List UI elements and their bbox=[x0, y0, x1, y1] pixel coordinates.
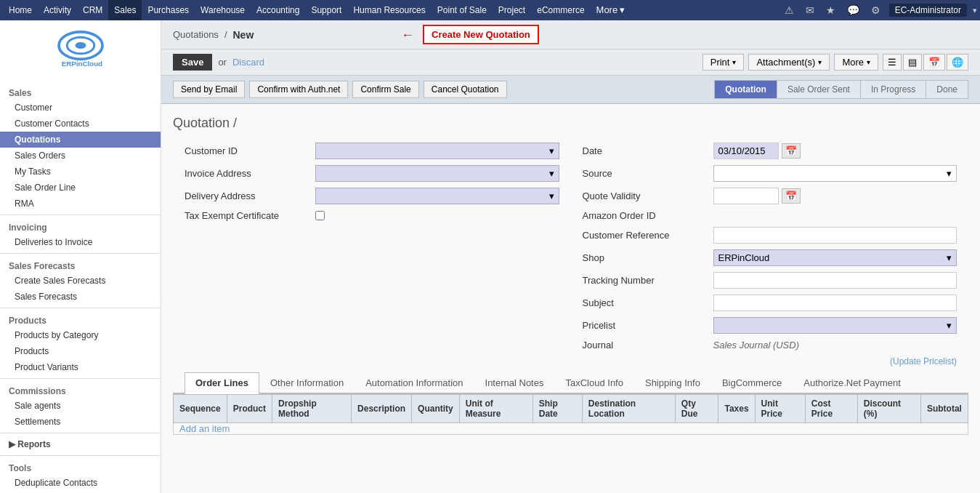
tracking-input bbox=[713, 272, 957, 289]
top-navigation: Home Activity CRM Sales Purchases Wareho… bbox=[0, 0, 980, 20]
card-view-icon[interactable]: ▤ bbox=[903, 54, 922, 71]
chat-icon[interactable]: 💬 bbox=[844, 3, 862, 17]
sidebar-item-product-variants[interactable]: Product Variants bbox=[0, 359, 161, 375]
nav-activity[interactable]: Activity bbox=[38, 0, 77, 20]
quote-validity-date-group: 📅 bbox=[713, 188, 957, 204]
pricelist-row: Pricelist ▾ bbox=[583, 317, 957, 334]
nav-home[interactable]: Home bbox=[3, 0, 38, 20]
confirm-auth-button[interactable]: Confirm with Auth.net bbox=[249, 81, 348, 98]
customer-ref-field[interactable] bbox=[713, 227, 957, 244]
nav-pos[interactable]: Point of Sale bbox=[432, 0, 493, 20]
update-pricelist-link[interactable]: (Update Pricelist) bbox=[173, 356, 968, 366]
sidebar-item-sale-agents[interactable]: Sale agents bbox=[0, 398, 161, 414]
quote-validity-calendar-icon[interactable]: 📅 bbox=[782, 188, 801, 204]
alert-icon[interactable]: ⚠ bbox=[782, 3, 797, 17]
tab-order-lines[interactable]: Order Lines bbox=[185, 372, 259, 394]
more-dropdown[interactable]: More ▾ bbox=[834, 54, 878, 71]
nav-project[interactable]: Project bbox=[493, 0, 531, 20]
nav-warehouse[interactable]: Warehouse bbox=[195, 0, 251, 20]
nav-purchases[interactable]: Purchases bbox=[142, 0, 195, 20]
svg-point-2 bbox=[75, 42, 86, 49]
subject-field[interactable] bbox=[713, 294, 957, 311]
status-in-progress[interactable]: In Progress bbox=[860, 80, 926, 99]
status-done[interactable]: Done bbox=[926, 80, 968, 99]
user-menu[interactable]: EC-Administrator bbox=[889, 4, 967, 17]
table-header-row: Sequence Product Dropship Method Descrip… bbox=[174, 395, 968, 423]
sidebar-item-customer-contacts[interactable]: Customer Contacts bbox=[0, 116, 161, 132]
nav-hr[interactable]: Human Resources bbox=[347, 0, 431, 20]
add-item-link[interactable]: Add an item bbox=[174, 420, 235, 435]
tab-authorize-net[interactable]: Authorize.Net Payment bbox=[793, 372, 912, 393]
sidebar-item-products[interactable]: Products bbox=[0, 343, 161, 359]
nav-crm[interactable]: CRM bbox=[77, 0, 108, 20]
table-row: Add an item bbox=[174, 423, 968, 435]
tab-internal-notes[interactable]: Internal Notes bbox=[474, 372, 555, 393]
col-ship-date: Ship Date bbox=[532, 395, 582, 423]
invoice-address-select[interactable]: ▾ bbox=[315, 165, 559, 182]
pricelist-label: Pricelist bbox=[583, 320, 713, 331]
delivery-address-select[interactable]: ▾ bbox=[315, 188, 559, 204]
nav-support[interactable]: Support bbox=[305, 0, 347, 20]
sidebar-item-sales-forecasts[interactable]: Sales Forecasts bbox=[0, 289, 161, 305]
date-field[interactable] bbox=[713, 143, 779, 159]
confirm-sale-button[interactable]: Confirm Sale bbox=[352, 81, 418, 98]
sidebar-item-sales-orders[interactable]: Sales Orders bbox=[0, 148, 161, 164]
nav-accounting[interactable]: Accounting bbox=[251, 0, 305, 20]
list-view-icon[interactable]: ☰ bbox=[883, 54, 902, 71]
nav-sales[interactable]: Sales bbox=[108, 0, 142, 20]
date-row: Date 📅 bbox=[583, 143, 957, 159]
breadcrumb-current: New bbox=[233, 29, 254, 41]
source-arrow: ▾ bbox=[947, 168, 952, 179]
tab-taxcloud-info[interactable]: TaxCloud Info bbox=[554, 372, 634, 393]
settings-icon[interactable]: ⚙ bbox=[868, 3, 883, 17]
send-email-button[interactable]: Send by Email bbox=[173, 81, 245, 98]
calendar-view-icon[interactable]: 📅 bbox=[923, 54, 945, 71]
svg-text:ERPinCloud: ERPinCloud bbox=[61, 60, 102, 68]
sidebar-item-deliveries-to-invoice[interactable]: Deliveries to Invoice bbox=[0, 234, 161, 250]
sidebar-item-deduplicate-contacts[interactable]: Deduplicate Contacts bbox=[0, 475, 161, 491]
sidebar-item-products-by-category[interactable]: Products by Category bbox=[0, 327, 161, 343]
customer-ref-row: Customer Reference bbox=[583, 227, 957, 244]
sidebar-item-reports[interactable]: ▶ Reports bbox=[0, 436, 161, 452]
customer-id-row: Customer ID ▾ bbox=[185, 143, 559, 159]
cancel-quotation-button[interactable]: Cancel Quotation bbox=[424, 81, 507, 98]
save-button[interactable]: Save bbox=[173, 54, 212, 71]
tab-bigcommerce[interactable]: BigCommerce bbox=[711, 372, 793, 393]
user-dropdown-arrow[interactable]: ▾ bbox=[973, 6, 977, 15]
print-dropdown[interactable]: Print ▾ bbox=[702, 54, 745, 71]
nav-ecommerce[interactable]: eCommerce bbox=[531, 0, 590, 20]
mail-icon[interactable]: ✉ bbox=[803, 3, 817, 17]
discard-button[interactable]: Discard bbox=[232, 57, 264, 68]
shop-select[interactable]: ERPinCloud ▾ bbox=[713, 249, 957, 266]
pricelist-select[interactable]: ▾ bbox=[713, 317, 957, 334]
quote-validity-field[interactable] bbox=[713, 188, 779, 204]
tracking-field[interactable] bbox=[713, 272, 957, 289]
tab-other-information[interactable]: Other Information bbox=[259, 372, 355, 393]
sidebar-item-customer[interactable]: Customer bbox=[0, 100, 161, 116]
shop-row: Shop ERPinCloud ▾ bbox=[583, 249, 957, 266]
sidebar-item-rma[interactable]: RMA bbox=[0, 196, 161, 212]
star-icon[interactable]: ★ bbox=[823, 3, 838, 17]
tab-automation-information[interactable]: Automation Information bbox=[355, 372, 474, 393]
sidebar-item-sale-order-line[interactable]: Sale Order Line bbox=[0, 180, 161, 196]
status-quotation[interactable]: Quotation bbox=[714, 80, 777, 99]
source-input: ▾ bbox=[713, 165, 957, 182]
attachments-dropdown[interactable]: Attachment(s) ▾ bbox=[748, 54, 830, 71]
status-sale-order-sent[interactable]: Sale Order Sent bbox=[777, 80, 861, 99]
customer-id-select[interactable]: ▾ bbox=[315, 143, 559, 159]
top-nav-right: ⚠ ✉ ★ 💬 ⚙ EC-Administrator ▾ bbox=[782, 3, 977, 17]
breadcrumb-parent: Quotations bbox=[173, 29, 219, 40]
tax-exempt-checkbox[interactable] bbox=[315, 211, 325, 220]
tab-shipping-info[interactable]: Shipping Info bbox=[634, 372, 711, 393]
quote-validity-row: Quote Validity 📅 bbox=[583, 188, 957, 204]
sidebar-item-settlements[interactable]: Settlements bbox=[0, 414, 161, 430]
nav-more[interactable]: More ▾ bbox=[591, 0, 631, 20]
globe-view-icon[interactable]: 🌐 bbox=[947, 54, 968, 71]
form-area: Quotation / Customer ID ▾ Invoice Addres… bbox=[161, 104, 980, 446]
source-select[interactable]: ▾ bbox=[713, 165, 957, 182]
date-calendar-icon[interactable]: 📅 bbox=[782, 143, 801, 159]
col-discount: Discount (%) bbox=[857, 395, 920, 423]
sidebar-item-create-sales-forecasts[interactable]: Create Sales Forecasts bbox=[0, 273, 161, 289]
sidebar-item-quotations[interactable]: Quotations bbox=[0, 132, 161, 148]
sidebar-item-my-tasks[interactable]: My Tasks bbox=[0, 164, 161, 180]
